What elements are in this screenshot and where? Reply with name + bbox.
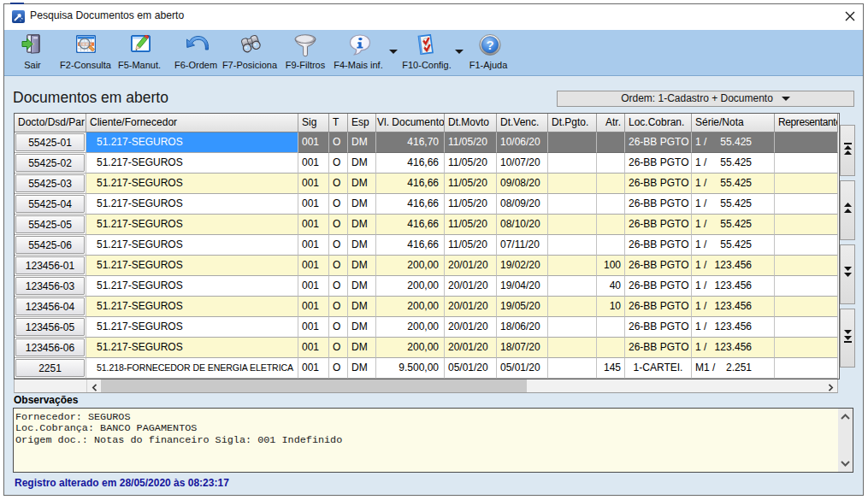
svg-text:?: ?	[486, 38, 493, 52]
